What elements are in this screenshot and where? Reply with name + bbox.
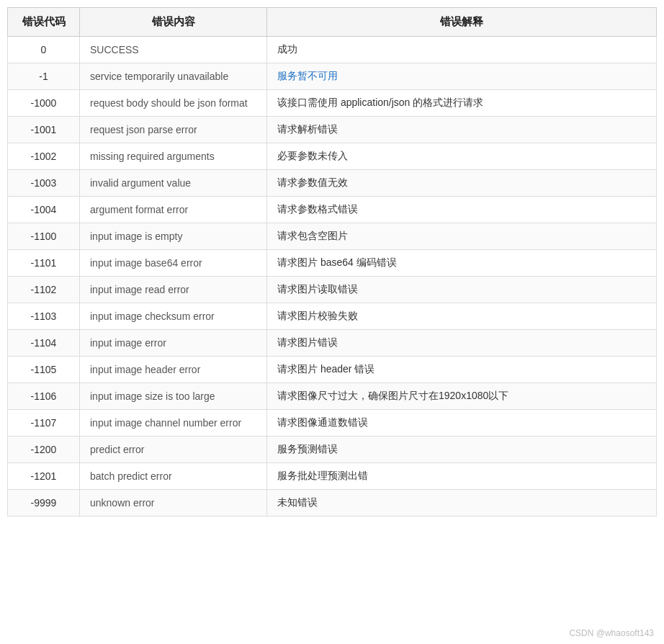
table-row: -1001request json parse error请求解析错误 <box>8 117 657 143</box>
error-content: input image size is too large <box>80 383 267 410</box>
error-code: -1107 <box>8 410 80 437</box>
error-code: -1003 <box>8 170 80 197</box>
error-explanation: 服务暂不可用 <box>267 63 657 90</box>
table-row: -1service temporarily unavailable服务暂不可用 <box>8 63 657 90</box>
error-content: predict error <box>80 437 267 463</box>
table-row: -9999unknown error未知错误 <box>8 490 657 516</box>
error-explanation: 请求图片 header 错误 <box>267 357 657 383</box>
error-content: input image error <box>80 330 267 357</box>
error-code: -1105 <box>8 357 80 383</box>
error-table: 错误代码 错误内容 错误解释 0SUCCESS成功-1service tempo… <box>7 7 657 516</box>
error-content: batch predict error <box>80 463 267 490</box>
table-row: -1101input image base64 error请求图片 base64… <box>8 250 657 277</box>
error-content: SUCCESS <box>80 37 267 63</box>
error-explanation: 请求图片读取错误 <box>267 277 657 303</box>
error-code: -1200 <box>8 437 80 463</box>
error-explanation: 请求参数格式错误 <box>267 197 657 223</box>
table-row: -1107input image channel number error请求图… <box>8 410 657 437</box>
error-explanation: 未知错误 <box>267 490 657 516</box>
error-content: argument format error <box>80 197 267 223</box>
table-row: -1106input image size is too large请求图像尺寸… <box>8 383 657 410</box>
error-content: input image header error <box>80 357 267 383</box>
error-explanation: 服务批处理预测出错 <box>267 463 657 490</box>
error-code: -1 <box>8 63 80 90</box>
error-explanation: 请求图片 base64 编码错误 <box>267 250 657 277</box>
error-explanation: 请求图片错误 <box>267 330 657 357</box>
error-content: invalid argument value <box>80 170 267 197</box>
col-header-explanation: 错误解释 <box>267 8 657 37</box>
error-code: -1201 <box>8 463 80 490</box>
error-content: input image read error <box>80 277 267 303</box>
table-row: -1100input image is empty请求包含空图片 <box>8 223 657 250</box>
error-content: request json parse error <box>80 117 267 143</box>
error-content: request body should be json format <box>80 90 267 117</box>
col-header-code: 错误代码 <box>8 8 80 37</box>
error-explanation: 请求包含空图片 <box>267 223 657 250</box>
error-code: -1001 <box>8 117 80 143</box>
error-content: input image base64 error <box>80 250 267 277</box>
error-code: -1004 <box>8 197 80 223</box>
table-row: -1003invalid argument value请求参数值无效 <box>8 170 657 197</box>
error-explanation: 该接口需使用 application/json 的格式进行请求 <box>267 90 657 117</box>
error-explanation: 必要参数未传入 <box>267 143 657 170</box>
table-row: -1105input image header error请求图片 header… <box>8 357 657 383</box>
error-code: -1100 <box>8 223 80 250</box>
error-explanation: 请求图像尺寸过大，确保图片尺寸在1920x1080以下 <box>267 383 657 410</box>
error-content: input image is empty <box>80 223 267 250</box>
error-code: -1000 <box>8 90 80 117</box>
main-container: 错误代码 错误内容 错误解释 0SUCCESS成功-1service tempo… <box>0 0 664 644</box>
table-row: -1000request body should be json format该… <box>8 90 657 117</box>
table-header-row: 错误代码 错误内容 错误解释 <box>8 8 657 37</box>
error-code: -9999 <box>8 490 80 516</box>
error-content: missing required arguments <box>80 143 267 170</box>
error-content: unknown error <box>80 490 267 516</box>
error-explanation: 请求参数值无效 <box>267 170 657 197</box>
table-row: -1201batch predict error服务批处理预测出错 <box>8 463 657 490</box>
table-row: -1004argument format error请求参数格式错误 <box>8 197 657 223</box>
error-code: -1103 <box>8 303 80 330</box>
table-row: -1103input image checksum error请求图片校验失败 <box>8 303 657 330</box>
error-code: -1101 <box>8 250 80 277</box>
error-content: service temporarily unavailable <box>80 63 267 90</box>
error-code: -1106 <box>8 383 80 410</box>
error-explanation: 请求解析错误 <box>267 117 657 143</box>
watermark: CSDN @whaosoft143 <box>569 628 654 638</box>
error-code: -1002 <box>8 143 80 170</box>
table-row: -1104input image error请求图片错误 <box>8 330 657 357</box>
error-code: -1104 <box>8 330 80 357</box>
table-row: -1102input image read error请求图片读取错误 <box>8 277 657 303</box>
table-row: -1002missing required arguments必要参数未传入 <box>8 143 657 170</box>
error-code: 0 <box>8 37 80 63</box>
error-code: -1102 <box>8 277 80 303</box>
error-explanation: 成功 <box>267 37 657 63</box>
table-row: -1200predict error服务预测错误 <box>8 437 657 463</box>
error-explanation: 请求图像通道数错误 <box>267 410 657 437</box>
error-explanation: 服务预测错误 <box>267 437 657 463</box>
error-content: input image checksum error <box>80 303 267 330</box>
error-explanation: 请求图片校验失败 <box>267 303 657 330</box>
col-header-content: 错误内容 <box>80 8 267 37</box>
error-content: input image channel number error <box>80 410 267 437</box>
table-row: 0SUCCESS成功 <box>8 37 657 63</box>
